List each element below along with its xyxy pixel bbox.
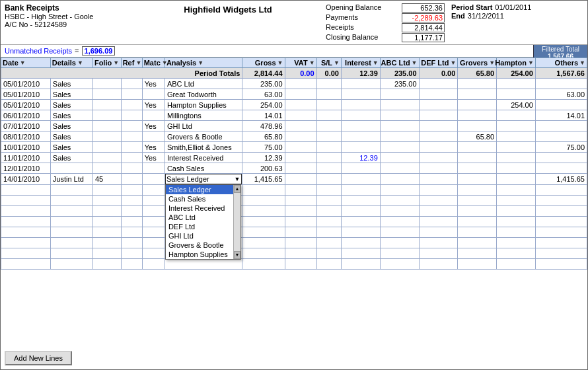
period-end-label: End	[451, 12, 465, 20]
col-hampton[interactable]: Hampton▼	[497, 58, 536, 68]
period-totals-sl: 0.00	[316, 68, 341, 79]
analysis-dropdown-popup: Sales LedgerCash SalesInterest ReceivedA…	[165, 184, 241, 260]
analysis-select[interactable]: Sales Ledger▼	[165, 174, 242, 184]
ac-no: A/C No - 52124589	[5, 20, 130, 28]
table-row: 10/01/2010SalesYesSmith,Elliot & Jones75…	[1, 142, 587, 153]
col-def[interactable]: DEF Ltd▼	[419, 58, 458, 68]
receipts-label: Receipts	[326, 23, 402, 32]
period-totals-grovers: 65.80	[458, 68, 497, 79]
empty-row	[1, 206, 587, 217]
period-totals-interest: 12.39	[342, 68, 381, 79]
empty-row	[1, 185, 587, 196]
col-sl[interactable]: S/L▼	[316, 58, 341, 68]
col-others[interactable]: Others▼	[535, 58, 587, 68]
filtered-total-label: Filtered Total	[536, 46, 585, 53]
col-matched[interactable]: Matc▼	[142, 58, 165, 68]
col-details[interactable]: Details▼	[50, 58, 92, 68]
empty-row	[1, 259, 587, 270]
closing-balance-value: 1,177.17	[402, 33, 445, 42]
col-grovers[interactable]: Grovers▼	[458, 58, 497, 68]
period-totals-others: 1,567.66	[535, 68, 587, 79]
table-row: 14/01/2010Justin Ltd45Sales Ledger▼Sales…	[1, 174, 587, 185]
empty-row	[1, 238, 587, 248]
bank-name: HSBC - High Street - Goole	[5, 13, 130, 20]
table-row: 06/01/2010SalesMillingtons14.0114.01	[1, 110, 587, 121]
company-name: Highfield Widgets Ltd	[130, 5, 326, 15]
col-date[interactable]: Date▼	[1, 58, 51, 68]
col-vat[interactable]: VAT▼	[285, 58, 316, 68]
empty-row	[1, 227, 587, 238]
table-row: 08/01/2010SalesGrovers & Bootle65.8065.8…	[1, 131, 587, 142]
receipts-value: 2,814.44	[402, 23, 445, 32]
col-ref[interactable]: Ref▼	[121, 58, 142, 68]
dropdown-option[interactable]: ABC Ltd	[166, 213, 233, 222]
period-totals-vat: 0.00	[285, 68, 316, 79]
unmatched-value: 1,696.09	[82, 46, 116, 56]
period-totals-def: 0.00	[419, 68, 458, 79]
period-start-value: 01/01/2011	[495, 3, 531, 11]
opening-balance-value: 652.36	[402, 3, 445, 13]
period-totals-abc: 235.00	[380, 68, 419, 79]
dropdown-option[interactable]: Sales Ledger	[166, 185, 233, 194]
dropdown-option[interactable]: DEF Ltd	[166, 222, 233, 231]
table-row: 11/01/2010SalesYesInterest Received12.39…	[1, 153, 587, 163]
empty-row	[1, 196, 587, 206]
period-end-value: 31/12/2011	[468, 12, 504, 20]
add-new-lines-button[interactable]: Add New Lines	[5, 351, 72, 365]
dropdown-option[interactable]: Cash Sales	[166, 194, 233, 204]
empty-row	[1, 217, 587, 227]
bank-receipts-title: Bank Receipts	[5, 3, 130, 13]
opening-balance-label: Opening Balance	[326, 3, 402, 13]
payments-label: Payments	[326, 13, 402, 22]
payments-value: -2,289.63	[402, 13, 445, 22]
period-totals-gross: 2,814.44	[242, 68, 285, 79]
col-interest[interactable]: Interest▼	[342, 58, 381, 68]
table-row: 07/01/2010SalesYesGHI Ltd478.96	[1, 121, 587, 131]
scrollbar-up[interactable]: ▲	[234, 185, 240, 193]
scrollbar-down[interactable]: ▼	[234, 251, 240, 259]
dropdown-option[interactable]: Interest Received	[166, 204, 233, 213]
dropdown-option[interactable]: GHI Ltd	[166, 231, 233, 240]
dropdown-option[interactable]: Hampton Supplies	[166, 250, 233, 259]
table-row: 05/01/2010SalesYesABC Ltd235.00235.00	[1, 79, 587, 89]
period-start-label: Period Start	[451, 3, 492, 11]
unmatched-label: Unmatched Receipts	[5, 47, 72, 55]
empty-row	[1, 248, 587, 259]
period-totals-hampton: 254.00	[497, 68, 536, 79]
period-totals-label: Period Totals	[1, 68, 242, 79]
col-analysis[interactable]: Analysis▼	[165, 58, 242, 68]
analysis-dropdown-cell[interactable]: Sales Ledger▼Sales LedgerCash SalesInter…	[165, 174, 242, 185]
table-row: 05/01/2010SalesYesHampton Supplies254.00…	[1, 100, 587, 110]
closing-balance-label: Closing Balance	[326, 33, 402, 42]
dropdown-option[interactable]: Grovers & Bootle	[166, 240, 233, 250]
table-row: 12/01/2010Cash Sales200.63	[1, 163, 587, 174]
col-gross[interactable]: Gross▼	[242, 58, 285, 68]
col-folio[interactable]: Folio▼	[92, 58, 121, 68]
col-abc[interactable]: ABC Ltd▼	[380, 58, 419, 68]
table-row: 05/01/2010SalesGreat Todworth63.0063.00	[1, 89, 587, 100]
